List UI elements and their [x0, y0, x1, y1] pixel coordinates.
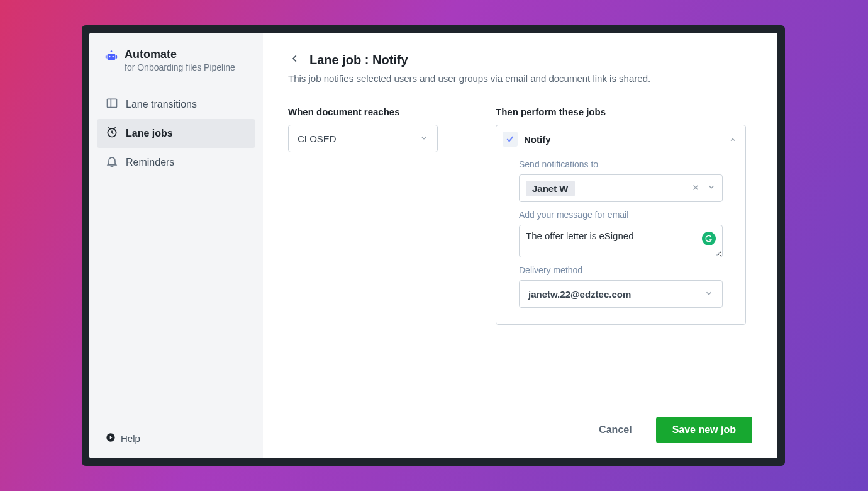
chevron-down-icon — [420, 133, 428, 144]
save-button[interactable]: Save new job — [656, 417, 752, 443]
lane-select[interactable]: CLOSED — [288, 125, 438, 152]
svg-rect-4 — [106, 55, 107, 59]
cancel-button[interactable]: Cancel — [593, 419, 638, 441]
sidebar-header: Automate for Onboarding files Pipeline — [97, 48, 255, 84]
message-label: Add your message for email — [519, 210, 723, 220]
recipient-tag: Janet W — [526, 181, 575, 196]
robot-icon — [104, 49, 118, 65]
sidebar-title: Automate — [125, 48, 235, 61]
resize-handle[interactable] — [715, 249, 721, 256]
page-description: This job notifies selected users and use… — [288, 73, 752, 84]
delivery-select[interactable]: janetw.22@edztec.com — [519, 280, 723, 308]
svg-rect-1 — [108, 54, 116, 60]
clear-icon[interactable] — [689, 180, 702, 196]
config-row: When document reaches CLOSED Then perfor… — [288, 106, 752, 325]
sidebar-item-label: Lane transitions — [126, 99, 197, 110]
sidebar: Automate for Onboarding files Pipeline L… — [89, 33, 263, 458]
sidebar-subtitle: for Onboarding files Pipeline — [125, 62, 235, 72]
back-button[interactable] — [288, 52, 302, 68]
svg-rect-5 — [116, 55, 117, 59]
recipients-label: Send notifications to — [519, 159, 723, 169]
help-label: Help — [121, 433, 140, 444]
layout-icon — [106, 97, 118, 112]
lane-select-value: CLOSED — [298, 133, 337, 144]
footer: Cancel Save new job — [288, 404, 752, 443]
play-circle-icon — [106, 432, 116, 444]
svg-rect-6 — [108, 99, 117, 107]
sidebar-item-lane-transitions[interactable]: Lane transitions — [97, 90, 255, 119]
recipients-select[interactable]: Janet W — [519, 174, 723, 202]
grammarly-icon[interactable] — [702, 232, 716, 246]
job-body: Send notifications to Janet W Add — [496, 153, 745, 324]
automate-modal: Automate for Onboarding files Pipeline L… — [89, 33, 777, 458]
svg-point-2 — [109, 56, 111, 58]
bell-icon — [106, 155, 118, 170]
when-label: When document reaches — [288, 106, 438, 117]
svg-point-0 — [111, 50, 113, 52]
app-window: Automate for Onboarding files Pipeline L… — [82, 25, 785, 466]
connector — [438, 106, 496, 325]
message-textarea[interactable]: The offer letter is eSigned — [526, 230, 716, 241]
clock-icon — [106, 126, 118, 141]
chevron-up-icon — [729, 133, 737, 145]
then-label: Then perform these jobs — [496, 106, 746, 117]
help-link[interactable]: Help — [97, 429, 255, 448]
job-card-header[interactable]: Notify — [496, 125, 745, 153]
job-name: Notify — [524, 134, 551, 145]
sidebar-item-lane-jobs[interactable]: Lane jobs — [97, 119, 255, 148]
connector-line — [449, 137, 484, 137]
sidebar-nav: Lane transitions Lane jobs Reminders — [97, 90, 255, 177]
chevron-down-icon — [704, 289, 713, 300]
check-icon — [503, 132, 518, 147]
delivery-label: Delivery method — [519, 265, 723, 275]
message-textarea-wrap: The offer letter is eSigned — [519, 225, 723, 257]
main-content: Lane job : Notify This job notifies sele… — [263, 33, 777, 458]
page-title: Lane job : Notify — [309, 53, 408, 67]
chevron-down-icon — [707, 183, 716, 194]
svg-point-3 — [112, 56, 114, 58]
delivery-value: janetw.22@edztec.com — [528, 289, 631, 300]
sidebar-item-label: Lane jobs — [126, 128, 173, 139]
job-card: Notify Send notifications to Janet W — [496, 125, 746, 325]
sidebar-item-label: Reminders — [126, 157, 174, 168]
sidebar-item-reminders[interactable]: Reminders — [97, 148, 255, 177]
